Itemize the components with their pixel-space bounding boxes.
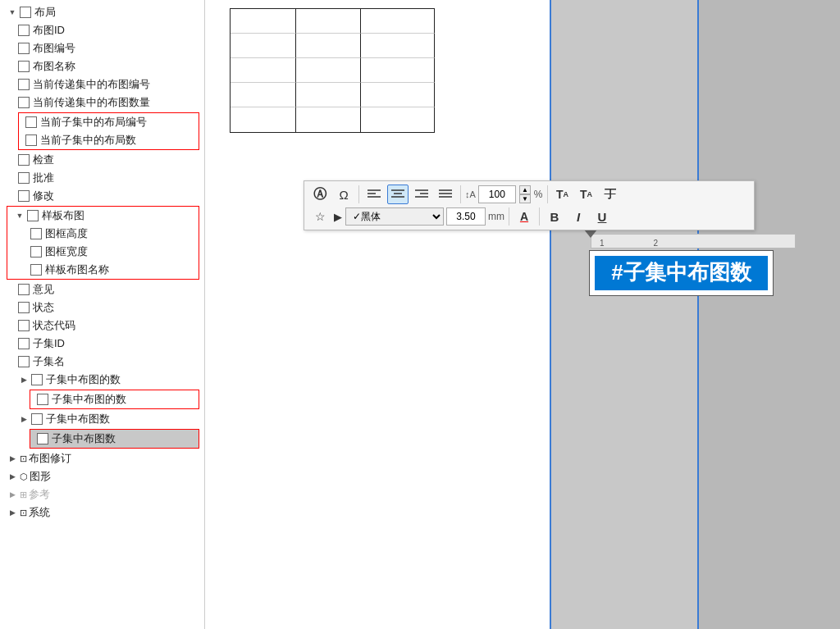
checkbox-subset-id[interactable] [18,338,30,349]
scale-up-button[interactable]: ▲ [519,185,531,194]
tree-item-system[interactable]: ▶ ⊡ 系统 [0,504,204,522]
tree-item-graphics[interactable]: ▶ ⬡ 图形 [0,467,204,485]
italic-button[interactable]: I [568,207,589,226]
favorites-button[interactable]: ☆ [309,207,331,226]
label-layout-name: 布图名称 [33,59,75,74]
left-panel: ▼ 布局 布图ID 布图编号 布图名称 当前传递集中的布图编号 当前传递集中的布… [0,0,205,629]
checkbox-layout-num[interactable] [18,43,30,54]
checkbox-layout-id[interactable] [18,25,30,36]
tree-item-subset-id[interactable]: 子集ID [0,335,204,353]
expander-graphics[interactable]: ▶ [7,471,18,482]
checkbox-status[interactable] [18,302,30,313]
cell-11 [231,9,296,34]
checkbox-template-name[interactable] [30,264,42,276]
checkbox-subset-drawings-num[interactable] [37,394,48,405]
cell-42 [296,83,362,107]
scale-down-button[interactable]: ▼ [519,194,531,203]
align-right-button[interactable] [411,185,432,204]
checkbox-layout[interactable] [20,7,31,18]
expander-subset-drawings2[interactable]: ▶ [18,413,30,425]
blue-line-left [550,0,551,629]
tree-item-current-subset-num[interactable]: 当前子集中的布局编号 [19,113,199,131]
checkbox-frame-width[interactable] [30,246,42,258]
tree-item-drawing-revision[interactable]: ▶ ⊡ 布图修订 [0,449,204,467]
checkbox-current-subset-count[interactable] [25,134,37,146]
tree-item-subset-drawings-num[interactable]: 子集中布图的数 [30,390,199,408]
font-color-button[interactable]: A [514,207,535,226]
checkbox-status-code[interactable] [18,320,30,331]
checkbox-current-set-count[interactable] [18,97,30,108]
tree-item-check[interactable]: 检查 [0,151,204,169]
scroll-triangle[interactable] [584,230,597,238]
strikethrough-button[interactable]: 丁 [600,185,621,204]
omega-button[interactable]: Ω [333,185,354,204]
tree-item-status[interactable]: 状态 [0,299,204,317]
text-superscript-button[interactable]: TA [552,185,573,204]
checkbox-subset-drawings-expand2[interactable] [31,413,43,425]
scale-input[interactable] [478,185,516,203]
special-char-button[interactable]: Ⓐ [309,185,331,204]
text-selected-content: #子集中布图数 [595,256,768,290]
expander-reference[interactable]: ▶ [7,489,18,500]
checkbox-layout-name[interactable] [18,61,30,72]
label-current-set-count: 当前传递集中的布图数量 [33,95,150,110]
align-justify-button[interactable] [435,185,456,204]
checkbox-subset-drawings-count[interactable] [37,433,48,444]
checkbox-current-set-num[interactable] [18,79,30,90]
checkbox-frame-height[interactable] [30,228,42,239]
checkbox-subset-drawings-num-expand[interactable] [31,374,43,385]
expander-layout[interactable]: ▼ [7,7,18,18]
ruler-mark-2: 2 [654,239,659,248]
tree-item-reference[interactable]: ▶ ⊞ 参考 [0,485,204,504]
tree-item-layout-num[interactable]: 布图编号 [0,39,204,57]
label-subset-name: 子集名 [33,354,65,369]
tree-item-frame-height[interactable]: 图框高度 [7,225,199,243]
align-left-button[interactable] [363,185,385,204]
expander-subset-drawings-num[interactable]: ▶ [18,374,30,385]
tree-item-layout-name[interactable]: 布图名称 [0,57,204,75]
sheet [205,0,550,629]
text-editing-box[interactable]: #子集中布图数 [589,250,774,296]
cell-23 [361,34,435,58]
tree-item-layout-id[interactable]: 布图ID [0,21,204,39]
expander-system[interactable]: ▶ [7,507,18,518]
expander-template[interactable]: ▼ [14,210,25,221]
checkbox-template[interactable] [27,210,39,221]
tree-item-current-set-count[interactable]: 当前传递集中的布图数量 [0,93,204,112]
tree-item-layout[interactable]: ▼ 布局 [0,3,204,21]
tree-item-status-code[interactable]: 状态代码 [0,317,204,335]
underline-button[interactable]: U [591,207,613,226]
ruler-mark-1: 1 [600,239,605,248]
tree-item-subset-drawings-count[interactable]: 子集中布图数 [30,430,199,448]
font-select[interactable]: ✓黑体 宋体 仿宋 楷体 [345,207,444,226]
tree-item-opinion[interactable]: 意见 [0,280,204,299]
checkbox-modify[interactable] [18,190,30,202]
checkbox-current-subset-num[interactable] [25,116,37,128]
tree-item-template[interactable]: ▼ 样板布图 [7,207,199,225]
cell-31 [231,58,296,83]
align-center-button[interactable] [387,185,409,204]
icon-graphics: ⬡ [20,472,28,482]
tree-item-frame-width[interactable]: 图框宽度 [7,243,199,261]
checkbox-check[interactable] [18,154,30,166]
tree-item-subset-drawings-expand2[interactable]: ▶ 子集中布图数 [0,410,204,428]
label-check: 检查 [33,153,54,167]
tree-item-current-set-num[interactable]: 当前传递集中的布图编号 [0,75,204,93]
checkbox-subset-name[interactable] [18,356,30,367]
font-size-input[interactable] [446,207,486,226]
separator2 [460,185,461,203]
tree-item-approve[interactable]: 批准 [0,169,204,187]
bold-button[interactable]: B [544,207,565,226]
expander-drawing-revision[interactable]: ▶ [7,453,18,464]
label-subset-id: 子集ID [33,336,65,351]
tree-item-subset-name[interactable]: 子集名 [0,353,204,371]
tree-item-current-subset-count[interactable]: 当前子集中的布局数 [19,131,199,149]
text-subscript-button[interactable]: TA [576,185,597,204]
checkbox-opinion[interactable] [18,284,30,295]
tree-item-modify[interactable]: 修改 [0,187,204,205]
tree-item-subset-drawings-num-expand[interactable]: ▶ 子集中布图的数 [0,371,204,389]
tree-item-template-name[interactable]: 样板布图名称 [7,261,199,279]
cell-41 [231,83,296,107]
label-layout: 布局 [34,5,56,20]
checkbox-approve[interactable] [18,172,30,184]
